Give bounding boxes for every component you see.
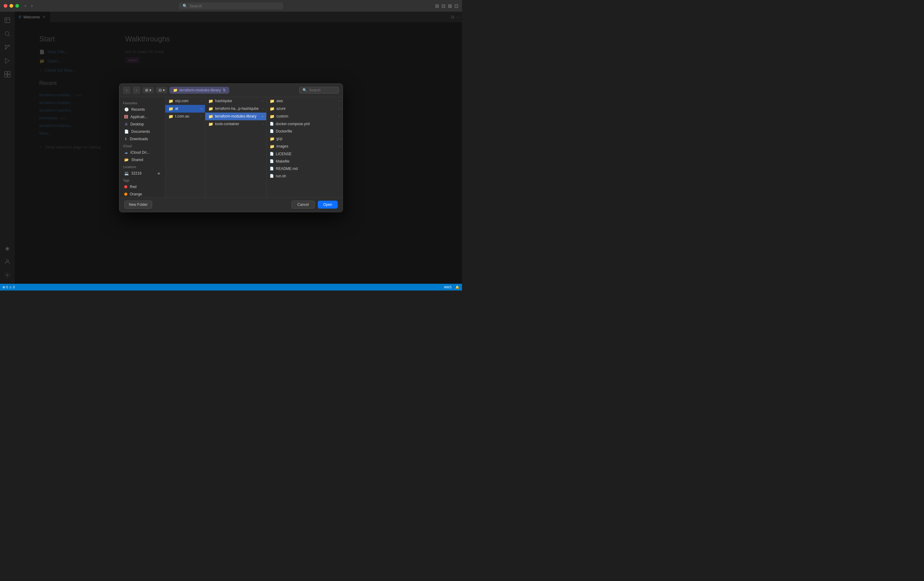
icloud-icon: ☁ [124,150,128,155]
view-toggle-button[interactable]: ⊞ ▾ [143,87,154,93]
shared-label: Shared [131,158,143,162]
dialog-forward-button[interactable]: › [133,86,140,94]
chevron-right-icon: › [201,115,202,118]
search-icon: 🔍 [183,4,187,8]
folder-icon: 📁 [270,106,275,111]
chevron-right-icon: › [339,115,340,118]
file-column-1: 📁 orp.com › 📁 al › 📁 [165,97,205,197]
file-item-gcp[interactable]: 📁 gcp › [267,135,343,143]
sidebar-32216[interactable]: 💻 32216 ⏏ [120,170,164,177]
file-label: terraform-ha...p-hashiqube [215,106,259,111]
layout-icon-2[interactable]: ⊟ [441,3,446,9]
forward-button[interactable]: › [29,2,35,9]
sidebar-documents[interactable]: 📄 Documents [120,128,164,135]
sidebar-tag-red[interactable]: Red [120,183,164,190]
sidebar-shared[interactable]: 📂 Shared [120,156,164,163]
global-search-input[interactable] [189,4,279,8]
titlebar: ‹ › 🔍 ⊞ ⊟ ⊠ ⊡ [0,0,462,12]
file-label: Makefile [276,159,290,163]
shared-icon: 📂 [124,158,129,162]
maximize-button[interactable] [15,4,19,8]
desktop-icon: 🖥 [124,122,128,126]
layout-icon-1[interactable]: ⊞ [435,3,439,9]
sidebar-tag-orange[interactable]: Orange [120,190,164,197]
file-item-docker-compose[interactable]: 📄 docker-compose.yml [267,120,343,128]
file-item-terraform-modules[interactable]: 📁 terraform-modules-library › [205,112,266,120]
file-item-hashiqube[interactable]: 📁 hashiqube › [205,97,266,105]
file-item-custom[interactable]: 📁 custom › [267,112,343,120]
tag-orange-icon [124,193,127,196]
file-item-tcomau[interactable]: 📁 t.com.au › [165,112,205,120]
file-item-dockerfile[interactable]: 📄 Dockerfile [267,128,343,135]
file-item-license[interactable]: 📄 LICENSE [267,150,343,158]
close-button[interactable] [4,4,7,8]
file-item-tools-container[interactable]: 📁 tools-container › [205,120,266,128]
folder-icon: 📁 [270,114,275,119]
file-item-readme[interactable]: 📄 README.md [267,165,343,172]
file-column-3: 📁 aws › 📁 azure › 📁 [267,97,343,197]
file-item-azure[interactable]: 📁 azure › [267,105,343,112]
file-item-runsh[interactable]: 📄 run.sh [267,172,343,180]
layout-icon-3[interactable]: ⊠ [448,3,452,9]
aws-status: AWS [444,285,452,289]
file-item-terraform-ha[interactable]: 📁 terraform-ha...p-hashiqube › [205,105,266,112]
minimize-button[interactable] [10,4,13,8]
folder-icon: 📁 [208,122,213,126]
applications-icon: 🅰 [124,115,128,119]
file-item-al[interactable]: 📁 al › [165,105,205,112]
sidebar-downloads[interactable]: ⬇ Downloads [120,135,164,143]
cancel-button[interactable]: Cancel [291,201,314,209]
file-icon: 📄 [270,129,274,133]
back-button[interactable]: ‹ [23,2,28,9]
file-item-aws[interactable]: 📁 aws › [267,97,343,105]
error-count[interactable]: ⊗ 0 ⚠ 0 [2,285,15,289]
dialog-files: 📁 orp.com › 📁 al › 📁 [165,97,343,197]
file-item-images[interactable]: 📁 images › [267,143,343,150]
file-label: hashiqube [215,99,232,103]
open-button[interactable]: Open [318,201,338,209]
chevron-right-icon: › [262,107,263,111]
location-pill[interactable]: 📁 terraform-modules-library ⇅ [170,87,229,94]
chevron-right-icon: › [201,99,202,103]
drive-label: 32216 [131,171,142,175]
folder-location-icon: 📁 [173,88,178,92]
dialog-toolbar: ‹ › ⊞ ▾ ⊟ ▾ 📁 terraform-modules-library … [119,84,343,97]
grid-icon: ⊟ [158,88,162,92]
folder-icon: 📁 [168,114,173,119]
file-icon: 📄 [270,159,274,163]
dialog-search-icon: 🔍 [302,88,307,92]
dialog-search-bar[interactable]: 🔍 [299,87,339,94]
dialog-footer: New Folder Cancel Open [119,197,343,212]
grid-toggle-button[interactable]: ⊟ ▾ [156,87,167,93]
dialog-search-input[interactable] [309,88,336,92]
view-dropdown-icon: ▾ [149,88,151,92]
grid-dropdown-icon: ▾ [163,88,165,92]
sidebar-desktop[interactable]: 🖥 Desktop [120,120,164,128]
downloads-icon: ⬇ [124,137,127,141]
dialog-back-button[interactable]: ‹ [123,86,130,94]
new-folder-button[interactable]: New Folder [124,201,152,209]
sidebar-recents[interactable]: 🕐 Recents [120,106,164,113]
file-item-makefile[interactable]: 📄 Makefile [267,158,343,165]
file-item-orp[interactable]: 📁 orp.com › [165,97,205,105]
tag-red-icon [124,185,127,188]
nav-buttons: ‹ › [23,2,35,9]
sidebar-icloud-drive[interactable]: ☁ iCloud Dri... [120,149,164,156]
file-icon: 📄 [270,174,274,178]
eject-icon[interactable]: ⏏ [157,172,160,175]
file-label: docker-compose.yml [276,122,310,126]
recents-label: Recents [131,107,145,112]
file-label: custom [276,114,289,119]
file-label: run.sh [276,174,286,178]
file-label: azure [276,106,285,111]
layout-icon-4[interactable]: ⊡ [454,3,458,9]
location-arrows-icon: ⇅ [223,88,226,92]
applications-label: Applicati... [130,115,147,119]
notification-icon[interactable]: 🔔 [455,285,460,289]
traffic-lights [4,4,19,8]
global-search-bar[interactable]: 🔍 [179,2,283,10]
file-label: README.md [276,167,297,171]
status-left: ⊗ 0 ⚠ 0 [2,285,15,289]
documents-icon: 📄 [124,129,129,134]
sidebar-applications[interactable]: 🅰 Applicati... [120,113,164,120]
